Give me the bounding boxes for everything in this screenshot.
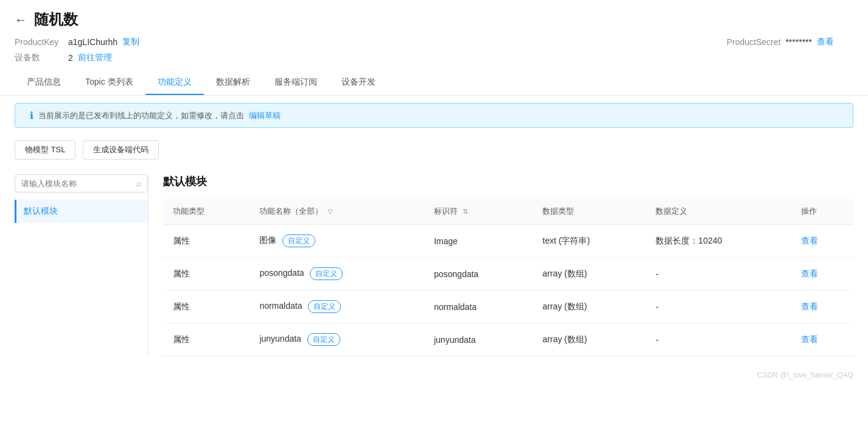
tsl-button[interactable]: 物模型 TSL — [15, 140, 75, 160]
product-key-label: ProductKey — [15, 37, 63, 47]
info-icon: ℹ — [30, 110, 33, 121]
table-row: 属性 junyundata 自定义 junyundata array (数组) … — [163, 323, 853, 356]
product-secret-value: ******** — [785, 37, 812, 47]
page-header: ← 随机数 — [0, 0, 868, 34]
view-link[interactable]: 查看 — [801, 269, 818, 278]
info-banner: ℹ 当前展示的是已发布到线上的功能定义，如需修改，请点击 编辑草稿 — [15, 103, 853, 128]
func-type-cell: 属性 — [163, 323, 250, 356]
table-row: 属性 normaldata 自定义 normaldata array (数组) … — [163, 290, 853, 323]
toolbar: 物模型 TSL 生成设备端代码 — [0, 135, 868, 164]
page-title: 随机数 — [34, 10, 78, 29]
main-content: ⌕ 默认模块 默认模块 功能类型 功能名称（全部） ▽ 标识符 ⇅ 数据类型 — [0, 164, 868, 366]
action-cell: 查看 — [791, 258, 853, 290]
table-row: 属性 posongdata 自定义 posongdata array (数组) … — [163, 258, 853, 290]
tab-feature-def[interactable]: 功能定义 — [145, 71, 204, 95]
data-def-cell: - — [646, 258, 791, 290]
col-data-type: 数据类型 — [533, 199, 646, 225]
identifier-cell: junyundata — [424, 323, 533, 356]
col-identifier: 标识符 ⇅ — [424, 199, 533, 225]
sort-icon[interactable]: ⇅ — [463, 208, 468, 216]
view-secret-button[interactable]: 查看 — [817, 37, 834, 48]
table-header-row: 功能类型 功能名称（全部） ▽ 标识符 ⇅ 数据类型 数据定义 操作 — [163, 199, 853, 225]
data-def-cell: - — [646, 323, 791, 356]
data-def-cell: 数据长度：10240 — [646, 225, 791, 258]
tab-topic-list[interactable]: Topic 类列表 — [73, 71, 145, 95]
func-name-cell: normaldata 自定义 — [250, 290, 424, 323]
tab-server-sub[interactable]: 服务端订阅 — [262, 71, 329, 95]
codegen-button[interactable]: 生成设备端代码 — [83, 140, 159, 160]
manage-devices-link[interactable]: 前往管理 — [78, 52, 112, 63]
data-type-cell: array (数组) — [533, 258, 646, 290]
edit-draft-link[interactable]: 编辑草稿 — [249, 110, 281, 121]
data-type-cell: array (数组) — [533, 290, 646, 323]
search-icon: ⌕ — [136, 178, 141, 188]
func-name-cell: 图像 自定义 — [250, 225, 424, 258]
action-cell: 查看 — [791, 323, 853, 356]
device-count-label: 设备数 — [15, 52, 63, 63]
action-cell: 查看 — [791, 225, 853, 258]
back-button[interactable]: ← — [15, 13, 27, 27]
meta-row-1: ProductKey a1gLIChurhh 复制 ProductSecret … — [0, 34, 868, 50]
func-type-cell: 属性 — [163, 290, 250, 323]
search-box[interactable]: ⌕ — [15, 174, 148, 192]
view-link[interactable]: 查看 — [801, 236, 818, 245]
custom-tag: 自定义 — [282, 234, 315, 247]
sidebar-item-default-module[interactable]: 默认模块 — [15, 200, 148, 223]
func-name-cell: posongdata 自定义 — [250, 258, 424, 290]
col-func-type: 功能类型 — [163, 199, 250, 225]
feature-table: 功能类型 功能名称（全部） ▽ 标识符 ⇅ 数据类型 数据定义 操作 属 — [163, 199, 853, 356]
identifier-cell: normaldata — [424, 290, 533, 323]
data-type-cell: text (字符串) — [533, 225, 646, 258]
product-secret-label: ProductSecret — [727, 37, 781, 47]
col-data-def: 数据定义 — [646, 199, 791, 225]
view-link[interactable]: 查看 — [801, 301, 818, 311]
content-panel: 默认模块 功能类型 功能名称（全部） ▽ 标识符 ⇅ 数据类型 数据定义 操作 — [149, 174, 853, 356]
tab-device-dev[interactable]: 设备开发 — [329, 71, 388, 95]
table-row: 属性 图像 自定义 Image text (字符串) 数据长度：10240 查看 — [163, 225, 853, 258]
device-count-value: 2 — [68, 53, 73, 63]
custom-tag: 自定义 — [310, 267, 343, 280]
view-link[interactable]: 查看 — [801, 334, 818, 344]
nav-tabs: 产品信息 Topic 类列表 功能定义 数据解析 服务端订阅 设备开发 — [0, 71, 868, 96]
tab-product-info[interactable]: 产品信息 — [15, 71, 73, 95]
info-banner-text: 当前展示的是已发布到线上的功能定义，如需修改，请点击 — [38, 110, 244, 121]
copy-button[interactable]: 复制 — [122, 37, 139, 48]
sidebar: ⌕ 默认模块 — [15, 174, 149, 356]
watermark: CSDN @I_love_hanser_QAQ — [0, 366, 868, 384]
product-key-value: a1gLIChurhh — [68, 37, 117, 47]
col-action: 操作 — [791, 199, 853, 225]
filter-icon[interactable]: ▽ — [327, 208, 332, 216]
custom-tag: 自定义 — [308, 300, 341, 313]
identifier-cell: Image — [424, 225, 533, 258]
module-search-input[interactable] — [21, 179, 133, 188]
panel-title: 默认模块 — [163, 174, 853, 189]
func-name-cell: junyundata 自定义 — [250, 323, 424, 356]
data-type-cell: array (数组) — [533, 323, 646, 356]
col-func-name: 功能名称（全部） ▽ — [250, 199, 424, 225]
data-def-cell: - — [646, 290, 791, 323]
meta-row-2: 设备数 2 前往管理 — [0, 50, 868, 66]
tab-data-analysis[interactable]: 数据解析 — [204, 71, 262, 95]
custom-tag: 自定义 — [307, 333, 340, 346]
identifier-cell: posongdata — [424, 258, 533, 290]
action-cell: 查看 — [791, 290, 853, 323]
func-type-cell: 属性 — [163, 225, 250, 258]
func-type-cell: 属性 — [163, 258, 250, 290]
